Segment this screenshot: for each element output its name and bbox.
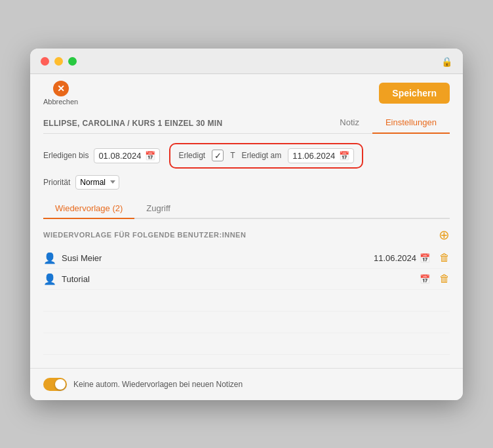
tab-einstellungen[interactable]: Einstellungen [372,112,450,134]
user-list: 👤 Susi Meier 11.06.2024 📅 🗑 👤 Tutorial 📅… [43,248,450,290]
table-row: 👤 Tutorial 📅 🗑 [43,269,450,290]
footer-label: Keine autom. Wiedervorlagen bei neuen No… [73,380,243,389]
toolbar: ✕ Abbrechen Speichern [30,74,463,112]
user-date: 11.06.2024 📅 [374,253,430,263]
close-button[interactable] [41,57,49,66]
section-title: WIEDERVORLAGE FÜR FOLGENDE BENUTZER:INNE… [43,231,246,239]
user-date-value: 11.06.2024 [374,253,416,263]
section-header: WIEDERVORLAGE FÜR FOLGENDE BENUTZER:INNE… [43,228,450,241]
delete-user2-button[interactable]: 🗑 [439,273,450,285]
tab-notiz[interactable]: Notiz [326,112,372,134]
user-date: 📅 [416,274,430,284]
erledigen-bis-label: Erledigen bis [43,151,89,160]
check-mark: ✓ [214,151,222,161]
prioritaet-group: Priorität Normal Hoch Niedrig [43,175,119,190]
priority-select[interactable]: Normal Hoch Niedrig [75,175,119,190]
empty-row [43,290,450,312]
user-name: Tutorial [62,274,411,284]
content-area: ELLIPSE, CAROLINA / KURS 1 EINZEL 30 MIN… [30,112,463,368]
add-user-button[interactable]: ⊕ [439,228,450,241]
cancel-icon: ✕ [53,81,69,96]
main-window: 🔒 ✕ Abbrechen Speichern ELLIPSE, CAROLIN… [30,49,463,400]
erledigt-checkbox[interactable]: ✓ [212,150,224,161]
empty-rows [43,290,450,355]
tab-wiedervorlage[interactable]: Wiedervorlage (2) [43,199,134,219]
tab-zugriff[interactable]: Zugriff [134,199,182,219]
empty-row [43,333,450,355]
calendar-icon-erledigt-am: 📅 [339,151,349,161]
calendar-icon-user1[interactable]: 📅 [420,253,430,263]
erledigt-section: Erledigt ✓ T Erledigt am 11.06.2024 📅 [169,143,363,169]
erledigt-am-date: 11.06.2024 [292,151,335,161]
erledigt-am-label: Erledigt am [241,151,281,160]
user-icon: 👤 [43,273,56,285]
fields-row1: Erledigen bis 01.08.2024 📅 Erledigt ✓ T … [43,143,450,169]
lock-icon: 🔒 [441,56,452,67]
bottom-tabs: Wiedervorlage (2) Zugriff [43,199,450,219]
erledigt-t-label: T [230,151,235,160]
erledigen-bis-group: Erledigen bis 01.08.2024 📅 [43,148,160,163]
save-button[interactable]: Speichern [379,83,450,104]
toggle-knob [55,379,66,390]
fields-row2: Priorität Normal Hoch Niedrig [43,175,450,190]
traffic-lights [41,57,77,66]
erledigt-am-input[interactable]: 11.06.2024 📅 [288,148,354,163]
fields-container: Erledigen bis 01.08.2024 📅 Erledigt ✓ T … [43,143,450,190]
top-tabs: Notiz Einstellungen [326,112,450,133]
erledigen-bis-input[interactable]: 01.08.2024 📅 [94,148,160,163]
title-bar: 🔒 [30,49,463,74]
erledigen-bis-date: 01.08.2024 [98,151,141,161]
toggle-switch[interactable] [43,378,67,391]
record-title: ELLIPSE, CAROLINA / KURS 1 EINZEL 30 MIN [43,112,222,133]
calendar-icon-erledigen: 📅 [145,151,155,161]
prioritaet-label: Priorität [43,178,70,187]
cancel-button[interactable]: ✕ Abbrechen [43,81,78,106]
erledigt-label: Erledigt [178,151,205,160]
table-row: 👤 Susi Meier 11.06.2024 📅 🗑 [43,248,450,269]
calendar-icon-user2[interactable]: 📅 [420,274,430,284]
empty-row [43,312,450,333]
user-icon: 👤 [43,252,56,264]
maximize-button[interactable] [68,57,77,66]
delete-user1-button[interactable]: 🗑 [439,252,450,264]
footer: Keine autom. Wiedervorlagen bei neuen No… [30,368,463,400]
cancel-label: Abbrechen [43,98,78,106]
minimize-button[interactable] [54,57,63,66]
user-name: Susi Meier [62,253,368,263]
